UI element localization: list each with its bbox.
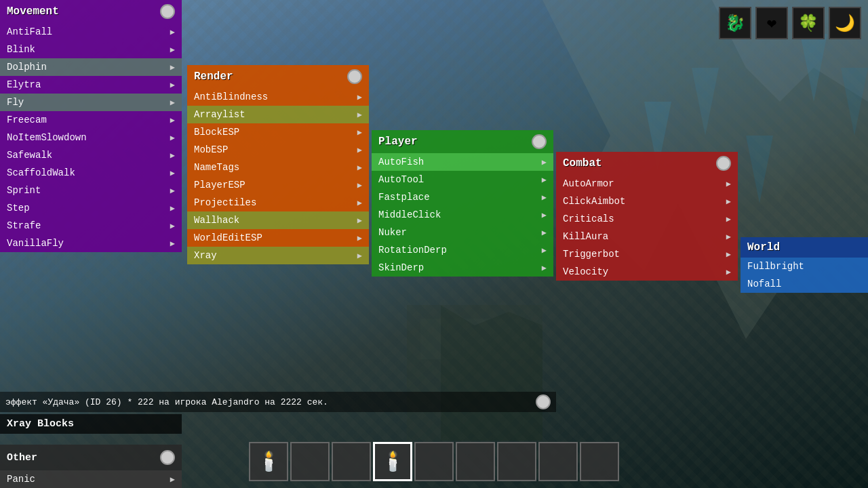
other-toggle[interactable] <box>160 450 175 465</box>
render-item-antiblindness[interactable]: AntiBlindness ▶ <box>187 88 369 106</box>
hotbar-slot-8[interactable] <box>538 442 578 481</box>
other-header: Other <box>0 445 182 470</box>
render-panel: Render AntiBlindness ▶ Arraylist ▶ Block… <box>187 65 369 264</box>
arrow-icon: ▶ <box>726 214 731 224</box>
chat-message: эффект «Удача» (ID 26) * 222 на игрока A… <box>0 392 556 412</box>
arrow-icon: ▶ <box>357 233 362 243</box>
hotbar-slot-3[interactable] <box>332 442 371 481</box>
player-panel: Player AutoFish ▶ AutoTool ▶ Fastplace ▶… <box>372 130 553 277</box>
hotbar-slot-5[interactable] <box>414 442 454 481</box>
arrow-icon: ▶ <box>357 92 362 102</box>
hud-icons: 🐉 ❤️ 🍀 🌙 <box>719 7 861 39</box>
movement-panel: Movement AntiFall ▶ Blink ▶ Dolphin ▶ El… <box>0 0 182 252</box>
moon-icon: 🌙 <box>829 7 861 39</box>
render-item-xray[interactable]: Xray ▶ <box>187 247 369 264</box>
arrow-icon: ▶ <box>170 45 175 55</box>
player-item-autotool[interactable]: AutoTool ▶ <box>372 171 553 188</box>
arrow-icon: ▶ <box>170 221 175 231</box>
other-item-panic[interactable]: Panic ▶ <box>0 470 182 488</box>
arrow-icon: ▶ <box>726 267 731 277</box>
other-title: Other <box>7 452 37 464</box>
arrow-icon: ▶ <box>170 80 175 90</box>
movement-item-antifall[interactable]: AntiFall ▶ <box>0 23 182 41</box>
movement-item-freecam[interactable]: Freecam ▶ <box>0 111 182 129</box>
arrow-icon: ▶ <box>357 127 362 138</box>
player-item-skinderp[interactable]: SkinDerp ▶ <box>372 259 553 277</box>
svg-marker-10 <box>441 305 542 441</box>
render-item-arraylist[interactable]: Arraylist ▶ <box>187 106 369 123</box>
arrow-icon: ▶ <box>357 251 362 261</box>
render-item-mobesp[interactable]: MobESP ▶ <box>187 141 369 159</box>
arrow-icon: ▶ <box>357 198 362 208</box>
other-panel: Other Panic ▶ <box>0 445 182 488</box>
clover-icon: 🍀 <box>792 7 825 39</box>
world-item-nofall[interactable]: Nofall <box>741 275 868 293</box>
movement-item-elytra[interactable]: Elytra ▶ <box>0 76 182 94</box>
combat-title: Combat <box>563 157 602 169</box>
combat-item-criticals[interactable]: Criticals ▶ <box>556 210 738 228</box>
player-item-rotationderp[interactable]: RotationDerp ▶ <box>372 241 553 259</box>
hotbar-slot-2[interactable] <box>290 442 330 481</box>
arrow-icon: ▶ <box>357 216 362 226</box>
combat-item-autoarmor[interactable]: AutoArmor ▶ <box>556 175 738 192</box>
arrow-icon: ▶ <box>542 263 547 273</box>
arrow-icon: ▶ <box>542 245 547 256</box>
arrow-icon: ▶ <box>726 197 731 207</box>
movement-item-vanillafly[interactable]: VanillaFly ▶ <box>0 235 182 252</box>
arrow-icon: ▶ <box>170 133 175 143</box>
render-item-wallhack[interactable]: Wallhack ▶ <box>187 211 369 229</box>
combat-header: Combat <box>556 152 738 175</box>
render-item-playeresp[interactable]: PlayerESP ▶ <box>187 176 369 194</box>
movement-item-step[interactable]: Step ▶ <box>0 199 182 217</box>
movement-item-fly[interactable]: Fly ▶ <box>0 94 182 111</box>
chat-text: эффект «Удача» (ID 26) * 222 на игрока A… <box>5 397 328 407</box>
combat-panel: Combat AutoArmor ▶ ClickAimbot ▶ Critica… <box>556 152 738 281</box>
movement-item-noitemslowdown[interactable]: NoItemSlowdown ▶ <box>0 129 182 146</box>
movement-item-safewalk[interactable]: Safewalk ▶ <box>0 146 182 164</box>
player-item-fastplace[interactable]: Fastplace ▶ <box>372 188 553 206</box>
movement-item-scaffoldwalk[interactable]: ScaffoldWalk ▶ <box>0 164 182 182</box>
combat-item-triggerbot[interactable]: Triggerbot ▶ <box>556 245 738 263</box>
movement-item-strafe[interactable]: Strafe ▶ <box>0 217 182 235</box>
dragon-icon: 🐉 <box>719 7 751 39</box>
world-item-fullbright[interactable]: Fullbright <box>741 258 868 275</box>
arrow-icon: ▶ <box>726 249 731 260</box>
hotbar-slot-7[interactable] <box>497 442 536 481</box>
arrow-icon: ▶ <box>542 175 547 185</box>
hotbar-slot-6[interactable] <box>456 442 495 481</box>
movement-header: Movement <box>0 0 182 23</box>
movement-item-sprint[interactable]: Sprint ▶ <box>0 182 182 199</box>
render-item-blockesp[interactable]: BlockESP ▶ <box>187 123 369 141</box>
player-item-middleclick[interactable]: MiddleClick ▶ <box>372 206 553 224</box>
hotbar-slot-4[interactable]: 🕯️ <box>373 442 412 481</box>
render-item-worldeditesp[interactable]: WorldEditESP ▶ <box>187 229 369 247</box>
arrow-icon: ▶ <box>357 110 362 120</box>
player-item-autofish[interactable]: AutoFish ▶ <box>372 153 553 171</box>
arrow-icon: ▶ <box>170 62 175 73</box>
render-toggle[interactable] <box>347 69 362 84</box>
render-item-nametags[interactable]: NameTags ▶ <box>187 159 369 176</box>
hotbar-slot-9[interactable] <box>580 442 619 481</box>
hotbar-slot-1[interactable]: 🕯️ <box>249 442 288 481</box>
chat-toggle[interactable] <box>536 394 551 409</box>
arrow-icon: ▶ <box>170 186 175 196</box>
render-item-projectiles[interactable]: Projectiles ▶ <box>187 194 369 211</box>
combat-item-velocity[interactable]: Velocity ▶ <box>556 263 738 281</box>
arrow-icon: ▶ <box>357 163 362 173</box>
combat-toggle[interactable] <box>716 156 731 171</box>
player-toggle[interactable] <box>532 134 547 149</box>
arrow-icon: ▶ <box>726 232 731 242</box>
movement-item-dolphin[interactable]: Dolphin ▶ <box>0 58 182 76</box>
arrow-icon: ▶ <box>357 145 362 155</box>
arrow-icon: ▶ <box>170 168 175 178</box>
arrow-icon: ▶ <box>170 98 175 108</box>
player-header: Player <box>372 130 553 153</box>
combat-item-killaura[interactable]: KillAura ▶ <box>556 228 738 245</box>
movement-item-blink[interactable]: Blink ▶ <box>0 41 182 58</box>
world-panel: World Fullbright Nofall <box>741 237 868 293</box>
combat-item-clickaimbot[interactable]: ClickAimbot ▶ <box>556 192 738 210</box>
player-item-nuker[interactable]: Nuker ▶ <box>372 224 553 241</box>
movement-toggle[interactable] <box>160 4 175 19</box>
arrow-icon: ▶ <box>542 210 547 220</box>
player-title: Player <box>378 136 418 148</box>
